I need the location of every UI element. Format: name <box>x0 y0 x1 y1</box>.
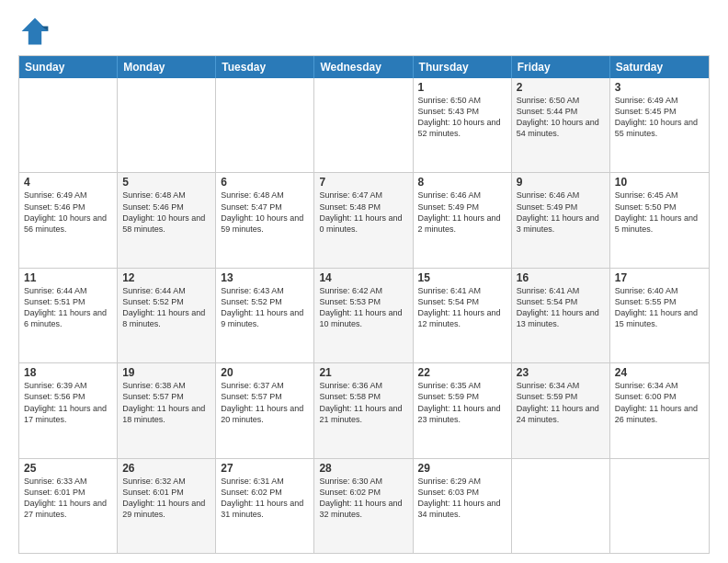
week-row-1: 4Sunrise: 6:49 AM Sunset: 5:46 PM Daylig… <box>19 173 709 268</box>
day-cell-12: 12Sunrise: 6:44 AM Sunset: 5:52 PM Dayli… <box>118 269 216 362</box>
day-cell-10: 10Sunrise: 6:45 AM Sunset: 5:50 PM Dayli… <box>610 173 709 267</box>
empty-cell <box>314 78 413 172</box>
day-cell-2: 2Sunrise: 6:50 AM Sunset: 5:44 PM Daylig… <box>512 78 610 172</box>
day-cell-9: 9Sunrise: 6:46 AM Sunset: 5:49 PM Daylig… <box>512 173 610 267</box>
day-info: Sunrise: 6:49 AM Sunset: 5:45 PM Dayligh… <box>615 95 704 140</box>
day-number: 11 <box>24 271 112 284</box>
day-cell-17: 17Sunrise: 6:40 AM Sunset: 5:55 PM Dayli… <box>610 269 709 362</box>
day-info: Sunrise: 6:41 AM Sunset: 5:54 PM Dayligh… <box>517 285 605 330</box>
day-info: Sunrise: 6:42 AM Sunset: 5:53 PM Dayligh… <box>319 285 407 330</box>
week-row-0: 1Sunrise: 6:50 AM Sunset: 5:43 PM Daylig… <box>19 78 709 173</box>
day-number: 6 <box>221 176 309 189</box>
day-info: Sunrise: 6:37 AM Sunset: 5:57 PM Dayligh… <box>221 380 309 425</box>
day-info: Sunrise: 6:39 AM Sunset: 5:56 PM Dayligh… <box>24 380 112 425</box>
day-cell-7: 7Sunrise: 6:47 AM Sunset: 5:48 PM Daylig… <box>314 173 413 267</box>
header-day-thursday: Thursday <box>414 56 512 78</box>
day-number: 16 <box>517 271 605 284</box>
day-cell-29: 29Sunrise: 6:29 AM Sunset: 6:03 PM Dayli… <box>414 459 512 553</box>
day-number: 29 <box>418 462 506 475</box>
day-number: 24 <box>615 366 704 379</box>
calendar: SundayMondayTuesdayWednesdayThursdayFrid… <box>18 55 710 554</box>
logo <box>18 15 55 48</box>
day-number: 18 <box>24 366 112 379</box>
header-day-tuesday: Tuesday <box>216 56 314 78</box>
week-row-3: 18Sunrise: 6:39 AM Sunset: 5:56 PM Dayli… <box>19 363 709 458</box>
day-cell-4: 4Sunrise: 6:49 AM Sunset: 5:46 PM Daylig… <box>19 173 118 267</box>
day-info: Sunrise: 6:46 AM Sunset: 5:49 PM Dayligh… <box>418 190 506 235</box>
empty-cell <box>19 78 118 172</box>
day-cell-24: 24Sunrise: 6:34 AM Sunset: 6:00 PM Dayli… <box>610 363 709 457</box>
day-number: 21 <box>319 366 407 379</box>
day-cell-14: 14Sunrise: 6:42 AM Sunset: 5:53 PM Dayli… <box>314 269 413 362</box>
day-info: Sunrise: 6:36 AM Sunset: 5:58 PM Dayligh… <box>319 380 407 425</box>
day-number: 28 <box>319 462 407 475</box>
header-day-wednesday: Wednesday <box>314 56 413 78</box>
week-row-4: 25Sunrise: 6:33 AM Sunset: 6:01 PM Dayli… <box>19 459 709 553</box>
day-info: Sunrise: 6:31 AM Sunset: 6:02 PM Dayligh… <box>221 476 309 521</box>
day-cell-21: 21Sunrise: 6:36 AM Sunset: 5:58 PM Dayli… <box>314 363 413 457</box>
day-info: Sunrise: 6:45 AM Sunset: 5:50 PM Dayligh… <box>615 190 704 235</box>
day-cell-25: 25Sunrise: 6:33 AM Sunset: 6:01 PM Dayli… <box>19 459 118 553</box>
week-row-2: 11Sunrise: 6:44 AM Sunset: 5:51 PM Dayli… <box>19 269 709 363</box>
day-info: Sunrise: 6:30 AM Sunset: 6:02 PM Dayligh… <box>319 476 407 521</box>
day-number: 25 <box>24 462 112 475</box>
day-number: 26 <box>122 462 210 475</box>
header <box>18 15 710 48</box>
day-info: Sunrise: 6:29 AM Sunset: 6:03 PM Dayligh… <box>418 476 506 521</box>
day-number: 5 <box>122 176 210 189</box>
day-info: Sunrise: 6:35 AM Sunset: 5:59 PM Dayligh… <box>418 380 506 425</box>
day-number: 23 <box>517 366 605 379</box>
day-info: Sunrise: 6:33 AM Sunset: 6:01 PM Dayligh… <box>24 476 112 521</box>
day-cell-3: 3Sunrise: 6:49 AM Sunset: 5:45 PM Daylig… <box>610 78 709 172</box>
day-info: Sunrise: 6:48 AM Sunset: 5:46 PM Dayligh… <box>122 190 210 235</box>
day-number: 19 <box>122 366 210 379</box>
empty-cell <box>512 459 610 553</box>
day-number: 14 <box>319 271 407 284</box>
svg-marker-0 <box>22 18 49 45</box>
day-info: Sunrise: 6:34 AM Sunset: 5:59 PM Dayligh… <box>517 380 605 425</box>
empty-cell <box>610 459 709 553</box>
day-cell-19: 19Sunrise: 6:38 AM Sunset: 5:57 PM Dayli… <box>118 363 216 457</box>
day-cell-23: 23Sunrise: 6:34 AM Sunset: 5:59 PM Dayli… <box>512 363 610 457</box>
day-info: Sunrise: 6:34 AM Sunset: 6:00 PM Dayligh… <box>615 380 704 425</box>
day-cell-13: 13Sunrise: 6:43 AM Sunset: 5:52 PM Dayli… <box>216 269 314 362</box>
day-cell-8: 8Sunrise: 6:46 AM Sunset: 5:49 PM Daylig… <box>414 173 512 267</box>
day-info: Sunrise: 6:32 AM Sunset: 6:01 PM Dayligh… <box>122 476 210 521</box>
day-info: Sunrise: 6:46 AM Sunset: 5:49 PM Dayligh… <box>517 190 605 235</box>
header-day-monday: Monday <box>118 56 216 78</box>
calendar-body: 1Sunrise: 6:50 AM Sunset: 5:43 PM Daylig… <box>19 78 709 553</box>
day-number: 7 <box>319 176 407 189</box>
day-number: 3 <box>615 81 704 94</box>
day-info: Sunrise: 6:49 AM Sunset: 5:46 PM Dayligh… <box>24 190 112 235</box>
day-cell-15: 15Sunrise: 6:41 AM Sunset: 5:54 PM Dayli… <box>414 269 512 362</box>
day-info: Sunrise: 6:40 AM Sunset: 5:55 PM Dayligh… <box>615 285 704 330</box>
day-cell-1: 1Sunrise: 6:50 AM Sunset: 5:43 PM Daylig… <box>414 78 512 172</box>
day-info: Sunrise: 6:43 AM Sunset: 5:52 PM Dayligh… <box>221 285 309 330</box>
day-number: 9 <box>517 176 605 189</box>
day-info: Sunrise: 6:50 AM Sunset: 5:44 PM Dayligh… <box>517 95 605 140</box>
day-number: 20 <box>221 366 309 379</box>
day-cell-27: 27Sunrise: 6:31 AM Sunset: 6:02 PM Dayli… <box>216 459 314 553</box>
empty-cell <box>216 78 314 172</box>
page: SundayMondayTuesdayWednesdayThursdayFrid… <box>0 0 728 563</box>
day-cell-11: 11Sunrise: 6:44 AM Sunset: 5:51 PM Dayli… <box>19 269 118 362</box>
header-day-friday: Friday <box>512 56 610 78</box>
day-cell-5: 5Sunrise: 6:48 AM Sunset: 5:46 PM Daylig… <box>118 173 216 267</box>
calendar-header-row: SundayMondayTuesdayWednesdayThursdayFrid… <box>19 56 709 78</box>
day-number: 12 <box>122 271 210 284</box>
day-info: Sunrise: 6:44 AM Sunset: 5:52 PM Dayligh… <box>122 285 210 330</box>
header-day-saturday: Saturday <box>610 56 709 78</box>
logo-icon <box>18 15 51 48</box>
day-cell-18: 18Sunrise: 6:39 AM Sunset: 5:56 PM Dayli… <box>19 363 118 457</box>
day-number: 22 <box>418 366 506 379</box>
day-number: 8 <box>418 176 506 189</box>
day-info: Sunrise: 6:44 AM Sunset: 5:51 PM Dayligh… <box>24 285 112 330</box>
day-number: 17 <box>615 271 704 284</box>
day-number: 13 <box>221 271 309 284</box>
day-cell-22: 22Sunrise: 6:35 AM Sunset: 5:59 PM Dayli… <box>414 363 512 457</box>
empty-cell <box>118 78 216 172</box>
day-number: 10 <box>615 176 704 189</box>
day-info: Sunrise: 6:50 AM Sunset: 5:43 PM Dayligh… <box>418 95 506 140</box>
day-info: Sunrise: 6:48 AM Sunset: 5:47 PM Dayligh… <box>221 190 309 235</box>
day-cell-20: 20Sunrise: 6:37 AM Sunset: 5:57 PM Dayli… <box>216 363 314 457</box>
